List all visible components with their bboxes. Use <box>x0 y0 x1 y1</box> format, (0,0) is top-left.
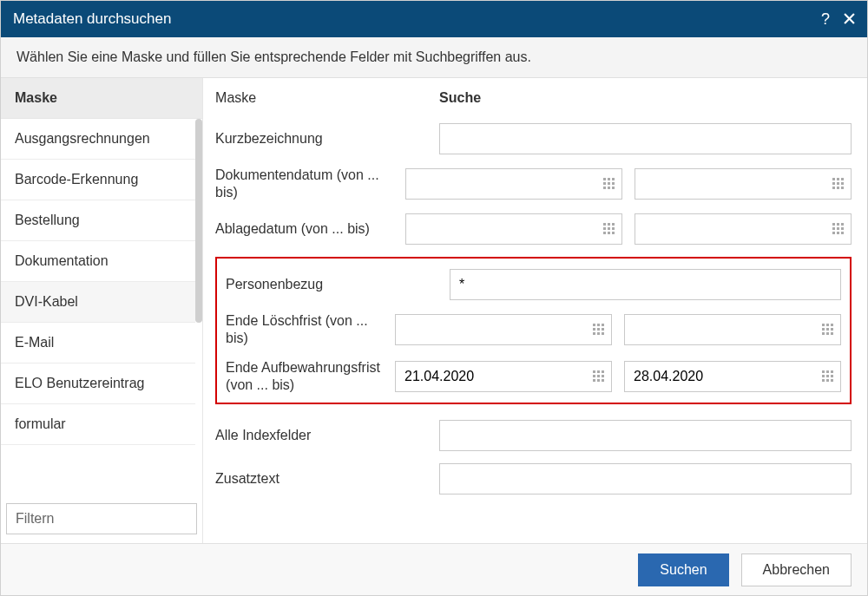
date-input[interactable] <box>635 214 826 244</box>
svg-rect-35 <box>832 232 835 234</box>
svg-rect-37 <box>841 232 844 234</box>
close-icon[interactable] <box>844 10 855 29</box>
svg-rect-2 <box>603 178 606 180</box>
svg-rect-38 <box>593 324 595 326</box>
label-kurzbezeichnung: Kurzbezeichnung <box>215 130 439 147</box>
label-personenbezug: Personenbezug <box>226 276 450 293</box>
calendar-icon[interactable] <box>587 324 611 336</box>
label-ende-aufbewahrung: Ende Aufbewahrungsfrist (von ... bis) <box>226 359 395 394</box>
date-ende-aufbewahrung-von[interactable] <box>395 361 612 392</box>
svg-rect-23 <box>603 227 606 230</box>
search-column-header: Suche <box>439 87 852 109</box>
svg-rect-27 <box>608 232 610 234</box>
svg-rect-39 <box>597 324 600 326</box>
date-input[interactable] <box>396 362 587 391</box>
svg-rect-40 <box>602 324 604 326</box>
row-alle-indexfelder: Alle Indexfelder <box>215 420 852 451</box>
svg-rect-45 <box>597 332 600 335</box>
sidebar: Maske Ausgangsrechnungen Barcode-Erkennu… <box>1 78 203 543</box>
calendar-icon[interactable] <box>597 178 621 190</box>
svg-rect-17 <box>832 187 835 189</box>
date-ende-aufbewahrung-bis[interactable] <box>624 361 841 392</box>
svg-rect-61 <box>602 375 604 377</box>
calendar-icon[interactable] <box>597 223 621 235</box>
svg-rect-26 <box>603 232 606 234</box>
date-input[interactable] <box>396 315 587 344</box>
titlebar-actions: ? <box>821 10 855 29</box>
svg-rect-53 <box>822 332 825 335</box>
row-personenbezug: Personenbezug <box>226 269 841 300</box>
svg-rect-24 <box>608 227 610 230</box>
svg-rect-65 <box>822 370 825 373</box>
row-zusatztext: Zusatztext <box>215 463 852 494</box>
svg-rect-41 <box>593 328 595 331</box>
date-ablagedatum-von[interactable] <box>405 213 622 245</box>
svg-rect-7 <box>612 182 615 185</box>
date-input[interactable] <box>635 169 826 199</box>
svg-rect-16 <box>841 182 844 185</box>
calendar-icon[interactable] <box>816 370 840 383</box>
date-input[interactable] <box>625 362 816 391</box>
svg-rect-31 <box>841 223 844 226</box>
calendar-icon[interactable] <box>826 223 851 235</box>
svg-rect-73 <box>831 379 833 382</box>
help-icon[interactable]: ? <box>821 10 830 29</box>
svg-rect-72 <box>826 379 829 382</box>
mask-item[interactable]: Ausgangsrechnungen <box>1 119 195 160</box>
svg-rect-13 <box>841 178 844 180</box>
svg-rect-3 <box>608 178 610 180</box>
mask-list[interactable]: Ausgangsrechnungen Barcode-Erkennung Bes… <box>1 119 195 498</box>
svg-rect-32 <box>832 227 835 230</box>
svg-rect-9 <box>608 187 610 189</box>
svg-rect-70 <box>831 375 833 377</box>
date-dokumentendatum-bis[interactable] <box>635 168 852 200</box>
input-personenbezug[interactable] <box>450 269 841 300</box>
calendar-icon[interactable] <box>826 178 851 190</box>
search-button[interactable]: Suchen <box>638 553 728 586</box>
filter-input[interactable] <box>6 503 197 534</box>
filter-wrap <box>1 498 202 543</box>
input-alle-indexfelder[interactable] <box>439 420 852 451</box>
date-ende-loeschfrist-von[interactable] <box>395 314 612 345</box>
svg-rect-30 <box>837 223 839 226</box>
calendar-icon[interactable] <box>816 324 840 336</box>
svg-rect-20 <box>603 223 606 226</box>
scrollbar-track[interactable] <box>195 119 202 498</box>
svg-rect-49 <box>831 324 833 326</box>
svg-rect-59 <box>593 375 595 377</box>
date-ende-loeschfrist-bis[interactable] <box>624 314 841 345</box>
date-ablagedatum-bis[interactable] <box>635 213 852 245</box>
svg-rect-19 <box>841 187 844 189</box>
mask-item[interactable]: E-Mail <box>1 323 195 363</box>
mask-item[interactable]: ELO Benutzereintrag <box>1 363 195 404</box>
svg-rect-10 <box>612 187 615 189</box>
svg-rect-34 <box>841 227 844 230</box>
mask-item[interactable]: formular <box>1 404 195 445</box>
date-input[interactable] <box>406 214 597 244</box>
svg-rect-58 <box>602 370 604 373</box>
dialog-title: Metadaten durchsuchen <box>13 10 171 28</box>
calendar-icon[interactable] <box>587 370 611 383</box>
svg-rect-71 <box>822 379 825 382</box>
mask-item[interactable]: Bestellung <box>1 200 195 241</box>
svg-rect-56 <box>593 370 595 373</box>
date-input[interactable] <box>625 315 816 344</box>
svg-rect-36 <box>837 232 839 234</box>
input-kurzbezeichnung[interactable] <box>439 123 852 154</box>
mask-item[interactable]: DVI-Kabel <box>1 282 195 323</box>
svg-rect-14 <box>832 182 835 185</box>
svg-rect-48 <box>826 324 829 326</box>
input-zusatztext[interactable] <box>439 463 852 494</box>
date-dokumentendatum-von[interactable] <box>405 168 622 200</box>
cancel-button[interactable]: Abbrechen <box>741 553 852 586</box>
date-input[interactable] <box>406 169 597 199</box>
svg-rect-18 <box>837 187 839 189</box>
svg-rect-8 <box>603 187 606 189</box>
mask-item[interactable]: Barcode-Erkennung <box>1 160 195 200</box>
mask-item[interactable]: Dokumentation <box>1 241 195 282</box>
column-headers: Maske Suche <box>215 87 852 109</box>
scrollbar-thumb[interactable] <box>195 119 202 323</box>
mask-list-wrap: Ausgangsrechnungen Barcode-Erkennung Bes… <box>1 119 202 498</box>
svg-rect-11 <box>832 178 835 180</box>
svg-rect-64 <box>602 379 604 382</box>
